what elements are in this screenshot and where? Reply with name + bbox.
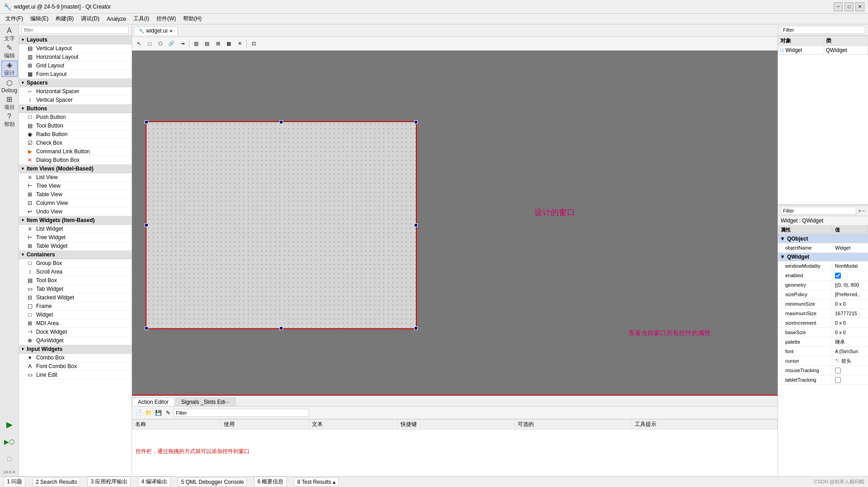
widget-tool-button[interactable]: □ <box>145 39 155 49</box>
handle-middle-left[interactable] <box>145 223 148 227</box>
prop-row-cursor[interactable]: cursor ↖ 箭头 <box>778 356 868 366</box>
adjust-size-button[interactable]: ⊡ <box>249 39 259 49</box>
widget-table-view[interactable]: ⊞ Table View <box>19 190 132 199</box>
sidebar-item-debug[interactable]: ⬡ Debug <box>1 78 18 94</box>
handle-top-left[interactable] <box>145 120 148 124</box>
props-section-qobject[interactable]: ▼ QObject <box>778 235 868 243</box>
widget-scroll-area[interactable]: ↕ Scroll Area <box>19 268 132 276</box>
menu-help[interactable]: 帮助(H) <box>179 14 205 24</box>
widget-mdi-area[interactable]: ⊞ MDI Area <box>19 319 132 328</box>
widget-tree-widget[interactable]: ⊢ Tree Widget <box>19 233 132 242</box>
sidebar-item-help[interactable]: ? 帮助 <box>1 112 18 128</box>
widget-frame[interactable]: ▢ Frame <box>19 302 132 311</box>
prop-row-geometry[interactable]: geometry [(0, 0), 800 <box>778 280 868 290</box>
status-app-output[interactable]: 3 应用程序输出 <box>87 477 131 487</box>
category-buttons[interactable]: ▼ Buttons <box>19 104 132 113</box>
table-row[interactable]: □ Widget QWidget <box>778 46 868 55</box>
props-section-qwidget[interactable]: ▼ QWidget <box>778 253 868 261</box>
prop-row-windowmodality[interactable]: windowModality NonModal <box>778 261 868 271</box>
status-qml-debug[interactable]: 5 QML Debugger Console <box>178 478 247 487</box>
widget-dock-widget[interactable]: ⊣ Dock Widget <box>19 328 132 336</box>
sidebar-item-project[interactable]: ⊞ 项目 <box>1 95 18 111</box>
widget-push-button[interactable]: □ Push Button <box>19 113 132 122</box>
prop-row-palette[interactable]: palette 继承 <box>778 337 868 347</box>
prop-val-minimumsize[interactable]: 0 x 0 <box>832 299 868 308</box>
sidebar-item-design[interactable]: ◈ 设计 <box>1 61 18 77</box>
layout-break-button[interactable]: ✕ <box>235 39 245 49</box>
menu-debug[interactable]: 调试(D) <box>77 14 103 24</box>
status-problems[interactable]: 1 问题 <box>4 477 25 487</box>
enabled-checkbox[interactable] <box>835 273 841 279</box>
menu-analyze[interactable]: Analyze <box>103 15 130 23</box>
menu-tools[interactable]: 工具(I) <box>130 14 153 24</box>
connect-tool-button[interactable]: ⬡ <box>156 39 165 49</box>
sidebar-item-run[interactable]: ▶ <box>1 416 18 433</box>
close-button[interactable]: ✕ <box>855 2 864 11</box>
widget-command-link-button[interactable]: ▶ Command Link Button <box>19 147 132 156</box>
prop-val-objectname[interactable]: Widget <box>832 243 868 252</box>
prop-row-font[interactable]: font A [SimSun <box>778 347 868 356</box>
tab-action-editor[interactable]: Action Editor <box>132 397 175 406</box>
handle-top-right[interactable] <box>414 120 418 124</box>
prop-row-mousetracking[interactable]: mouseTracking <box>778 366 868 375</box>
action-open-button[interactable]: 📁 <box>144 408 153 417</box>
action-filter-input[interactable] <box>174 409 309 417</box>
layout-horizontal-button[interactable]: ▥ <box>191 39 201 49</box>
sidebar-item-stop[interactable]: ⬡ <box>1 451 18 467</box>
properties-filter-input[interactable] <box>781 207 856 215</box>
layout-form-button[interactable]: ▦ <box>224 39 234 49</box>
widget-qax-widget[interactable]: ⊕ QAxWidget <box>19 336 132 345</box>
menu-widgets[interactable]: 控件(W) <box>153 14 179 24</box>
layout-vertical-button[interactable]: ▤ <box>202 39 212 49</box>
handle-bottom-center[interactable] <box>279 326 283 330</box>
status-test-results[interactable]: 8 Test Results ▴ <box>294 478 338 487</box>
widget-stacked-widget[interactable]: ⊟ Stacked Widget <box>19 293 132 302</box>
menu-file[interactable]: 文件(F) <box>2 14 27 24</box>
widget-tree-view[interactable]: ⊢ Tree View <box>19 182 132 190</box>
prop-val-enabled[interactable] <box>832 271 868 280</box>
menu-edit[interactable]: 编辑(E) <box>27 14 52 24</box>
remove-property-icon[interactable]: − <box>862 207 865 214</box>
add-property-icon[interactable]: + <box>858 207 862 214</box>
prop-val-sizepolicy[interactable]: [Preferred,. <box>832 290 868 299</box>
prop-row-sizeincrement[interactable]: sizeIncrement 0 x 0 <box>778 318 868 328</box>
widget-radio-button[interactable]: ◉ Radio Button <box>19 130 132 139</box>
category-containers[interactable]: ▼ Containers <box>19 251 132 259</box>
tab-widget-ui[interactable]: 🔧 widget.ui ✕ <box>134 26 178 35</box>
widget-tool-button[interactable]: ▤ Tool Button <box>19 122 132 130</box>
maximize-button[interactable]: □ <box>844 2 854 11</box>
design-canvas[interactable] <box>146 121 417 329</box>
widget-combo-box[interactable]: ▾ Combo Box <box>19 354 132 362</box>
prop-val-sizeincrement[interactable]: 0 x 0 <box>832 318 868 327</box>
widget-table-widget[interactable]: ⊞ Table Widget <box>19 242 132 251</box>
sidebar-item-edit[interactable]: ✎ 编辑 <box>1 43 18 60</box>
status-search[interactable]: 2 Search Results <box>33 478 80 487</box>
widget-vertical-layout[interactable]: ▤ Vertical Layout <box>19 44 132 53</box>
canvas-container[interactable]: 设计的窗口 查看当前窗口所有控件的属性 <box>132 51 778 395</box>
taborder-tool-button[interactable]: ⇥ <box>177 39 187 49</box>
widget-line-edit[interactable]: ▭ Line Edit <box>19 371 132 379</box>
prop-row-objectname[interactable]: objectName Widget <box>778 243 868 253</box>
prop-row-enabled[interactable]: enabled <box>778 271 868 280</box>
prop-val-geometry[interactable]: [(0, 0), 800 <box>832 280 868 289</box>
prop-val-basesize[interactable]: 0 x 0 <box>832 328 868 337</box>
widget-horizontal-layout[interactable]: ▥ Horizontal Layout <box>19 53 132 61</box>
prop-val-cursor[interactable]: ↖ 箭头 <box>832 356 868 365</box>
prop-row-basesize[interactable]: baseSize 0 x 0 <box>778 328 868 337</box>
prop-val-maximumsize[interactable]: 16777215 . <box>832 309 868 318</box>
widget-tab-widget[interactable]: ▭ Tab Widget <box>19 285 132 293</box>
widget-undo-view[interactable]: ↩ Undo View <box>19 208 132 216</box>
action-save-button[interactable]: 💾 <box>154 408 163 417</box>
prop-row-sizepolicy[interactable]: sizePolicy [Preferred,. <box>778 290 868 299</box>
category-item-widgets[interactable]: ▼ Item Widgets (Item-Based) <box>19 216 132 225</box>
handle-top-center[interactable] <box>279 120 283 124</box>
category-input-widgets[interactable]: ▼ Input Widgets <box>19 345 132 354</box>
prop-val-palette[interactable]: 继承 <box>832 337 868 346</box>
widget-tool-box[interactable]: ▤ Tool Box <box>19 276 132 285</box>
handle-bottom-left[interactable] <box>145 326 148 330</box>
prop-row-minimumsize[interactable]: minimumSize 0 x 0 <box>778 299 868 309</box>
prop-val-windowmodality[interactable]: NonModal <box>832 261 868 270</box>
category-spacers[interactable]: ▼ Spacers <box>19 79 132 87</box>
tab-close-icon[interactable]: ✕ <box>169 28 173 33</box>
sidebar-item-run-debug[interactable]: ▶⬡ <box>1 434 18 450</box>
